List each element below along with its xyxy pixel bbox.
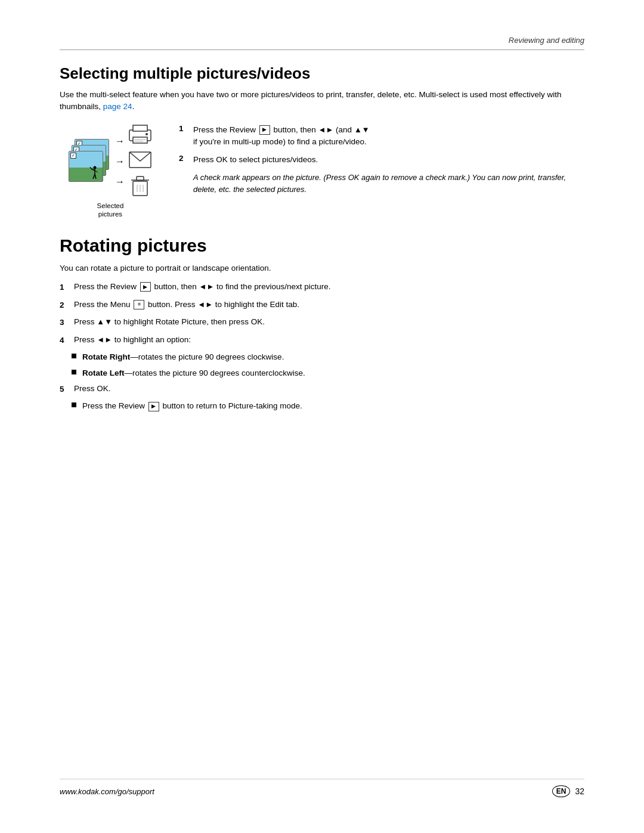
arrow-right-3: → bbox=[115, 177, 125, 187]
rotate-step-4-number: 4 bbox=[60, 334, 69, 347]
svg-rect-16 bbox=[137, 176, 144, 180]
arrow-right-1: → bbox=[115, 137, 125, 146]
lr-nav-4: ◄► bbox=[97, 335, 112, 344]
section1-intro-text: Use the multi-select feature when you ha… bbox=[60, 90, 562, 111]
page-footer: www.kodak.com/go/support EN 32 bbox=[60, 779, 584, 797]
arrows-column: → → → bbox=[115, 134, 125, 187]
page24-link[interactable]: page 24 bbox=[103, 102, 132, 111]
step-2-number: 2 bbox=[179, 154, 188, 163]
menu-btn: ≡ bbox=[134, 300, 144, 309]
stacked-photos: ✓ ✓ bbox=[69, 139, 112, 182]
photo-card-front: ✓ bbox=[69, 151, 103, 182]
step-2-text: Press OK to select pictures/videos. bbox=[193, 154, 318, 166]
step-1-number: 1 bbox=[179, 124, 188, 133]
page-header: Reviewing and editing bbox=[60, 36, 584, 50]
illustration-area: ✓ ✓ bbox=[60, 124, 161, 219]
rotate-step-5-number: 5 bbox=[60, 383, 69, 396]
selected-pictures-label: Selected pictures bbox=[97, 202, 124, 219]
trash-icon bbox=[131, 175, 149, 197]
rotate-step-5-text: Press OK. bbox=[74, 383, 111, 395]
ud-nav-3: ▲▼ bbox=[97, 317, 112, 326]
svg-point-0 bbox=[94, 166, 97, 169]
lr-nav-2: ◄► bbox=[197, 300, 213, 309]
svg-line-6 bbox=[95, 174, 96, 179]
review-button-icon: ▶ bbox=[259, 125, 270, 135]
section1-intro: Use the multi-select feature when you ha… bbox=[60, 89, 584, 113]
multi-select-section: ✓ ✓ bbox=[60, 124, 584, 219]
svg-rect-8 bbox=[133, 125, 147, 131]
ud-arrows: ▲▼ bbox=[354, 125, 370, 134]
step-note: A check mark appears on the picture. (Pr… bbox=[193, 172, 584, 195]
step-2: 2 Press OK to select pictures/videos. bbox=[179, 154, 584, 166]
review-btn-final: ▶ bbox=[148, 402, 159, 411]
section2-title: Rotating pictures bbox=[60, 236, 584, 256]
en-badge: EN bbox=[552, 785, 571, 797]
page-number: 32 bbox=[575, 786, 584, 796]
rotate-step-4-text: Press ◄► to highlight an option: bbox=[74, 334, 191, 346]
rotate-step-1-text: Press the Review ▶ button, then ◄► to fi… bbox=[74, 281, 330, 293]
illustration-graphics: ✓ ✓ bbox=[69, 124, 152, 197]
svg-rect-9 bbox=[133, 137, 147, 143]
rotate-right-term: Rotate Right bbox=[82, 352, 130, 361]
footer-page-number: EN 32 bbox=[552, 785, 584, 797]
svg-line-3 bbox=[90, 167, 91, 169]
bullet-rotate-right: Rotate Right—rotates the picture 90 degr… bbox=[72, 351, 584, 363]
final-bullet: Press the Review ▶ button to return to P… bbox=[72, 400, 584, 412]
svg-line-2 bbox=[91, 169, 95, 171]
section-label: Reviewing and editing bbox=[509, 36, 584, 45]
footer-url: www.kodak.com/go/support bbox=[60, 787, 154, 796]
review-btn-1: ▶ bbox=[140, 282, 151, 292]
icons-column bbox=[128, 124, 152, 197]
final-bullet-text: Press the Review ▶ button to return to P… bbox=[82, 400, 302, 412]
step-1: 1 Press the Review ▶ button, then ◄► (an… bbox=[179, 124, 584, 148]
envelope-icon bbox=[129, 151, 151, 168]
step-1-text: Press the Review ▶ button, then ◄► (and … bbox=[193, 124, 370, 148]
bullet-rotate-left-text: Rotate Left—rotates the picture 90 degre… bbox=[82, 367, 305, 379]
lr-nav-1: ◄► bbox=[199, 282, 215, 291]
rotate-step-1-number: 1 bbox=[60, 281, 69, 294]
rotate-step-2-number: 2 bbox=[60, 299, 69, 312]
printer-icon bbox=[128, 124, 152, 144]
bullet-rotate-left: Rotate Left—rotates the picture 90 degre… bbox=[72, 367, 584, 379]
page: Reviewing and editing Selecting multiple… bbox=[0, 0, 644, 833]
steps-area: 1 Press the Review ▶ button, then ◄► (an… bbox=[179, 124, 584, 196]
bullet-square-2 bbox=[72, 370, 76, 374]
svg-point-12 bbox=[145, 133, 148, 135]
arrow-right-2: → bbox=[115, 157, 125, 166]
golfer-icon bbox=[89, 166, 100, 180]
rotate-step-3: 3 Press ▲▼ to highlight Rotate Picture, … bbox=[60, 316, 584, 329]
lr-arrows: ◄► bbox=[318, 125, 334, 134]
bullet-rotate-right-text: Rotate Right—rotates the picture 90 degr… bbox=[82, 351, 284, 363]
section2-body: You can rotate a picture to portrait or … bbox=[60, 262, 584, 412]
rotate-step-1: 1 Press the Review ▶ button, then ◄► to … bbox=[60, 281, 584, 294]
checkmark-icon-3: ✓ bbox=[70, 153, 76, 159]
rotate-step-3-text: Press ▲▼ to highlight Rotate Picture, th… bbox=[74, 316, 265, 328]
rotate-step-3-number: 3 bbox=[60, 316, 69, 329]
rotate-left-term: Rotate Left bbox=[82, 368, 125, 377]
section1-title: Selecting multiple pictures/videos bbox=[60, 64, 584, 83]
rotate-step-2-text: Press the Menu ≡ button. Press ◄► to hig… bbox=[74, 299, 299, 311]
rotate-step-2: 2 Press the Menu ≡ button. Press ◄► to h… bbox=[60, 299, 584, 312]
bullet-square-1 bbox=[72, 354, 76, 358]
rotate-step-4: 4 Press ◄► to highlight an option: bbox=[60, 334, 584, 347]
section2-intro: You can rotate a picture to portrait or … bbox=[60, 262, 584, 275]
bullet-square-3 bbox=[72, 402, 76, 407]
rotate-step-5: 5 Press OK. bbox=[60, 383, 584, 396]
